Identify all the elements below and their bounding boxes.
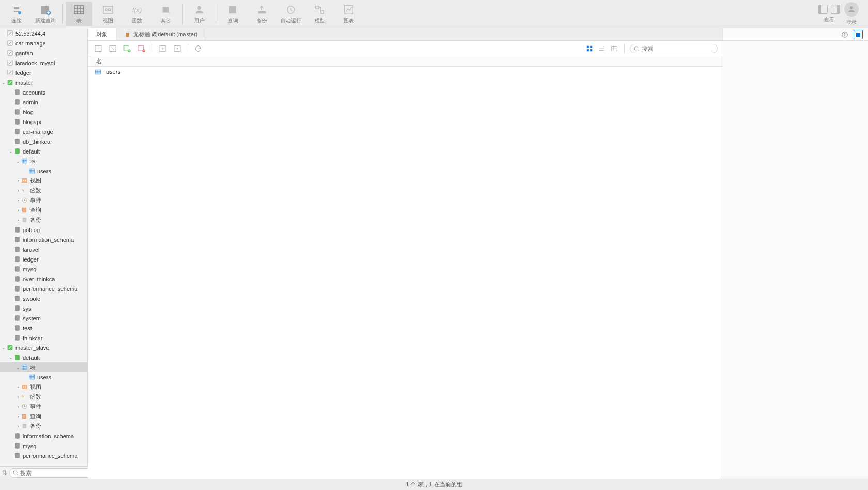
panel-right-toggle[interactable]: [831, 5, 840, 14]
connection-item[interactable]: ⌄ master_slave: [0, 343, 87, 353]
connection-item[interactable]: laradock_mysql: [0, 58, 87, 68]
content-search-input[interactable]: [630, 44, 718, 53]
expand-arrow[interactable]: ›: [16, 208, 21, 213]
database-item[interactable]: car-manage: [0, 127, 87, 136]
sidebar-settings-icon[interactable]: ⇅: [2, 469, 7, 477]
avatar[interactable]: [844, 2, 859, 17]
list-item[interactable]: users: [88, 67, 723, 77]
connect-button[interactable]: 连接: [3, 2, 30, 26]
viewmode-grid[interactable]: [585, 44, 594, 53]
database-item[interactable]: swoole: [0, 294, 87, 303]
backup-button[interactable]: 备份: [249, 2, 275, 26]
tab-objects[interactable]: 对象: [88, 28, 116, 40]
database-item[interactable]: information_schema: [0, 431, 87, 441]
database-item[interactable]: ⌄ default: [0, 146, 87, 156]
svg-rect-116: [587, 49, 589, 51]
database-item[interactable]: performance_schema: [0, 451, 87, 461]
views-folder[interactable]: › 视图: [0, 382, 87, 392]
info-tab-icon[interactable]: [840, 30, 849, 39]
connection-item[interactable]: car-manage: [0, 38, 87, 48]
open-table-button[interactable]: [93, 43, 103, 54]
expand-arrow[interactable]: ⌄: [1, 345, 6, 350]
database-item[interactable]: blog: [0, 107, 87, 117]
backups-folder[interactable]: › 备份: [0, 421, 87, 431]
queries-folder[interactable]: › 查询: [0, 205, 87, 215]
functions-folder[interactable]: › fx 函数: [0, 392, 87, 402]
user-button[interactable]: 用户: [186, 2, 213, 26]
panel-left-toggle[interactable]: [818, 5, 828, 14]
backups-folder[interactable]: › 备份: [0, 215, 87, 225]
connection-item[interactable]: ganfan: [0, 48, 87, 58]
ddl-tab-icon[interactable]: [854, 30, 863, 39]
database-item[interactable]: laravel: [0, 244, 87, 254]
svg-rect-15: [258, 11, 266, 14]
database-item[interactable]: admin: [0, 97, 87, 107]
expand-arrow[interactable]: ⌄: [8, 149, 13, 154]
database-item[interactable]: mysql: [0, 264, 87, 274]
table-button[interactable]: 表: [66, 2, 92, 26]
database-item[interactable]: information_schema: [0, 235, 87, 244]
database-item[interactable]: accounts: [0, 87, 87, 97]
svg-point-0: [18, 11, 21, 14]
table-item[interactable]: users: [0, 166, 87, 176]
database-item[interactable]: mysql: [0, 441, 87, 451]
expand-arrow[interactable]: ›: [16, 394, 21, 400]
expand-arrow[interactable]: ›: [16, 404, 21, 409]
database-item[interactable]: over_thinkca: [0, 274, 87, 284]
functions-folder[interactable]: › fx 函数: [0, 186, 87, 195]
database-item[interactable]: thinkcar: [0, 333, 87, 343]
svg-rect-14: [229, 6, 236, 14]
autorun-button[interactable]: 自动运行: [277, 2, 304, 26]
import-button[interactable]: [158, 43, 168, 54]
tables-folder[interactable]: ⌄ 表: [0, 362, 87, 372]
expand-arrow[interactable]: ›: [16, 414, 21, 419]
expand-arrow[interactable]: ›: [16, 178, 21, 183]
events-folder[interactable]: › 事件: [0, 195, 87, 205]
connection-item[interactable]: 52.53.244.4: [0, 28, 87, 38]
chart-button[interactable]: 图表: [335, 2, 362, 26]
query-button[interactable]: 查询: [220, 2, 246, 26]
expand-arrow[interactable]: ›: [16, 218, 21, 223]
table-item[interactable]: users: [0, 372, 87, 382]
delete-table-button[interactable]: [136, 43, 147, 54]
database-item[interactable]: db_thinkcar: [0, 136, 87, 146]
export-button[interactable]: [172, 43, 182, 54]
design-table-button[interactable]: [107, 43, 118, 54]
events-folder[interactable]: › 事件: [0, 402, 87, 411]
tables-folder[interactable]: ⌄ 表: [0, 156, 87, 166]
expand-arrow[interactable]: ⌄: [16, 159, 21, 164]
view-button[interactable]: 视图: [95, 2, 121, 26]
database-item[interactable]: system: [0, 313, 87, 323]
tree-label: 函数: [30, 187, 41, 194]
new-query-button[interactable]: 新建查询: [32, 2, 59, 26]
tree-label: goblog: [23, 227, 40, 233]
database-item[interactable]: goblog: [0, 225, 87, 235]
queries-folder[interactable]: › 查询: [0, 411, 87, 421]
expand-arrow[interactable]: ›: [16, 424, 21, 429]
expand-arrow[interactable]: ⌄: [16, 365, 21, 370]
expand-arrow[interactable]: ⌄: [1, 80, 6, 85]
other-button[interactable]: 其它: [152, 2, 179, 26]
database-item[interactable]: blogapi: [0, 117, 87, 127]
database-item[interactable]: sys: [0, 303, 87, 313]
expand-arrow[interactable]: ›: [16, 198, 21, 203]
refresh-button[interactable]: [193, 43, 204, 54]
database-item[interactable]: performance_schema: [0, 284, 87, 294]
viewmode-list[interactable]: [597, 44, 607, 53]
database-item[interactable]: ledger: [0, 254, 87, 264]
expand-arrow[interactable]: ⌄: [8, 355, 13, 360]
database-item[interactable]: test: [0, 323, 87, 333]
list-header[interactable]: 名: [88, 56, 723, 67]
viewmode-detail[interactable]: [610, 44, 619, 53]
database-item[interactable]: ⌄ default: [0, 353, 87, 362]
connection-item[interactable]: ⌄ master: [0, 78, 87, 87]
connection-tree[interactable]: 52.53.244.4 car-manage ganfan laradock_m…: [0, 28, 87, 466]
expand-arrow[interactable]: ›: [16, 385, 21, 390]
expand-arrow[interactable]: ›: [16, 188, 21, 193]
tab-untitled-query[interactable]: 无标题 @default (master): [116, 28, 206, 40]
views-folder[interactable]: › 视图: [0, 176, 87, 186]
model-button[interactable]: 模型: [306, 2, 333, 26]
new-table-button[interactable]: [122, 43, 132, 54]
connection-item[interactable]: ledger: [0, 68, 87, 78]
function-button[interactable]: f(x) 函数: [123, 2, 150, 26]
